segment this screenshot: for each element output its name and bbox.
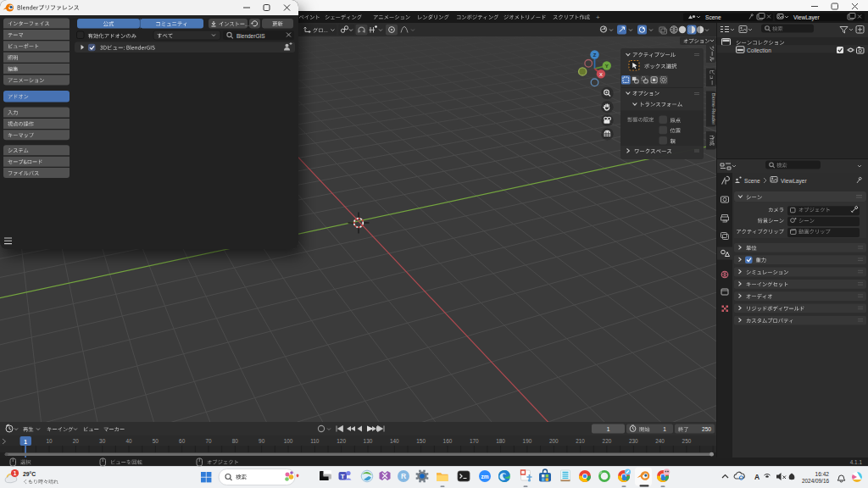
svg-text:220: 220 [603, 438, 612, 444]
svg-text:1: 1 [607, 426, 610, 432]
svg-text:T: T [341, 473, 345, 480]
svg-text:200: 200 [549, 438, 559, 444]
svg-text:40: 40 [125, 438, 132, 444]
svg-text:140: 140 [390, 438, 399, 444]
svg-text:250: 250 [682, 438, 692, 444]
svg-text:16:42: 16:42 [815, 471, 829, 477]
svg-text:Y: Y [605, 64, 609, 69]
svg-text:180: 180 [496, 438, 505, 444]
svg-text:Scene: Scene [744, 178, 760, 184]
svg-text:150: 150 [416, 438, 426, 444]
svg-text:X: X [599, 72, 603, 77]
svg-text:A: A [754, 473, 760, 481]
svg-text:+: + [596, 14, 600, 21]
svg-text:90: 90 [259, 438, 265, 444]
svg-text:240: 240 [655, 438, 665, 444]
svg-text:4.1.1: 4.1.1 [850, 459, 863, 465]
svg-text:1: 1 [663, 426, 666, 432]
svg-text:230: 230 [629, 438, 638, 444]
svg-text:BlenderGIS: BlenderGIS [236, 33, 265, 39]
svg-text:29°C: 29°C [23, 471, 36, 477]
svg-text:zm: zm [481, 474, 488, 480]
svg-text:R: R [401, 472, 406, 480]
svg-text:170: 170 [470, 438, 479, 444]
svg-text:130: 130 [364, 438, 373, 444]
svg-text:110: 110 [310, 438, 320, 444]
svg-text:Biome-Reader: Biome-Reader [711, 93, 716, 125]
svg-text:10: 10 [46, 438, 53, 444]
svg-text:20: 20 [73, 438, 80, 444]
svg-text:1: 1 [24, 439, 27, 445]
svg-text:70: 70 [205, 438, 212, 444]
svg-text:Collection: Collection [747, 47, 771, 53]
svg-text:Scene: Scene [705, 14, 721, 20]
svg-text:210: 210 [576, 438, 585, 444]
svg-text:50: 50 [153, 438, 159, 444]
svg-text:1: 1 [14, 470, 17, 476]
svg-text:100: 100 [284, 438, 293, 444]
svg-text:160: 160 [443, 438, 453, 444]
svg-text:120: 120 [337, 438, 346, 444]
svg-text:Z: Z [593, 53, 597, 58]
svg-text:30: 30 [99, 438, 106, 444]
svg-text:2024/09/16: 2024/09/16 [802, 478, 829, 484]
svg-text:190: 190 [523, 438, 532, 444]
svg-text:ViewLayer: ViewLayer [781, 178, 807, 185]
svg-text:60: 60 [179, 438, 186, 444]
svg-text:ViewLayer: ViewLayer [793, 14, 820, 21]
svg-text:250: 250 [702, 426, 711, 432]
svg-text:80: 80 [232, 438, 239, 444]
